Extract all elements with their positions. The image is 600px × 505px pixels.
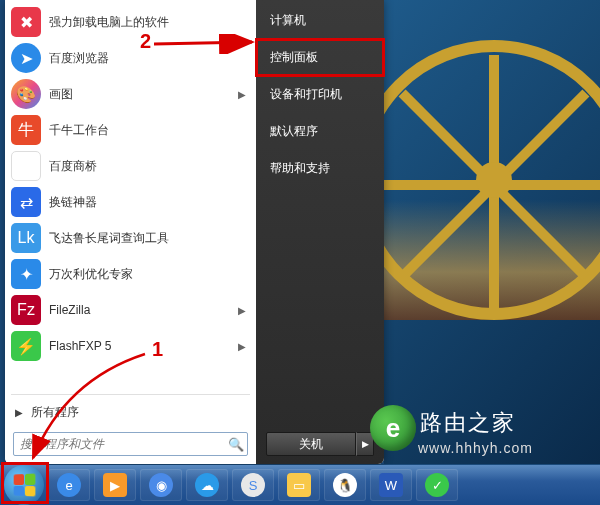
- program-label: FileZilla: [49, 303, 238, 317]
- explorer-icon: ▭: [287, 473, 311, 497]
- taskbar: e▶◉☁S▭🐧W✓: [0, 465, 600, 505]
- media-player-icon: ▶: [103, 473, 127, 497]
- program-label: 换链神器: [49, 194, 250, 211]
- taskbar-item-360[interactable]: ✓: [416, 469, 458, 501]
- program-label: 万次利优化专家: [49, 266, 250, 283]
- paint-icon: 🎨: [11, 79, 41, 109]
- right-panel-item-1[interactable]: 控制面板: [256, 39, 384, 76]
- start-menu-left-panel: ✖强力卸载电脑上的软件➤百度浏览器🎨画图▶牛千牛工作台〰百度商桥⇄换链神器Lk飞…: [5, 0, 256, 464]
- search-input[interactable]: [14, 437, 225, 451]
- program-item-7[interactable]: ✦万次利优化专家: [5, 256, 256, 292]
- program-item-0[interactable]: ✖强力卸载电脑上的软件: [5, 4, 256, 40]
- ie-icon: e: [57, 473, 81, 497]
- chevron-right-icon: ▶: [238, 305, 246, 316]
- start-button[interactable]: [4, 465, 44, 505]
- program-list: ✖强力卸载电脑上的软件➤百度浏览器🎨画图▶牛千牛工作台〰百度商桥⇄换链神器Lk飞…: [5, 4, 256, 391]
- program-label: 百度商桥: [49, 158, 250, 175]
- huanlian-icon: ⇄: [11, 187, 41, 217]
- feida-icon: Lk: [11, 223, 41, 253]
- shutdown-label: 关机: [299, 436, 323, 453]
- chevron-right-icon: ▶: [238, 89, 246, 100]
- desktop-wallpaper: [384, 0, 600, 464]
- flashfxp-icon: ⚡: [11, 331, 41, 361]
- taskbar-item-word[interactable]: W: [370, 469, 412, 501]
- wanci-icon: ✦: [11, 259, 41, 289]
- brand-url: www.hhhyh.com: [418, 440, 533, 456]
- brand-name: 路由之家: [420, 408, 516, 438]
- program-item-8[interactable]: FzFileZilla▶: [5, 292, 256, 328]
- separator: [11, 394, 250, 395]
- program-label: 千牛工作台: [49, 122, 250, 139]
- start-menu-right-panel: 计算机控制面板设备和打印机默认程序帮助和支持 关机 ▶: [256, 0, 384, 464]
- uninstall-icon: ✖: [11, 7, 41, 37]
- program-item-1[interactable]: ➤百度浏览器: [5, 40, 256, 76]
- all-programs-button[interactable]: ▶ 所有程序: [5, 398, 256, 426]
- program-label: 画图: [49, 86, 238, 103]
- sogou-icon: S: [241, 473, 265, 497]
- qq-icon: 🐧: [333, 473, 357, 497]
- program-label: 强力卸载电脑上的软件: [49, 14, 250, 31]
- program-item-6[interactable]: Lk飞达鲁长尾词查询工具: [5, 220, 256, 256]
- right-panel-item-2[interactable]: 设备和打印机: [256, 76, 384, 113]
- right-panel-item-4[interactable]: 帮助和支持: [256, 150, 384, 187]
- filezilla-icon: Fz: [11, 295, 41, 325]
- taskbar-item-sogou[interactable]: S: [232, 469, 274, 501]
- shutdown-button[interactable]: 关机: [266, 432, 356, 456]
- program-item-4[interactable]: 〰百度商桥: [5, 148, 256, 184]
- right-panel-item-3[interactable]: 默认程序: [256, 113, 384, 150]
- program-label: FlashFXP 5: [49, 339, 238, 353]
- search-icon: 🔍: [225, 437, 247, 452]
- program-item-2[interactable]: 🎨画图▶: [5, 76, 256, 112]
- cloud-icon: ☁: [195, 473, 219, 497]
- taskbar-item-explorer[interactable]: ▭: [278, 469, 320, 501]
- taskbar-item-ie[interactable]: e: [48, 469, 90, 501]
- all-programs-label: 所有程序: [31, 404, 79, 421]
- triangle-right-icon: ▶: [15, 407, 23, 418]
- baidu-browser-icon: ➤: [11, 43, 41, 73]
- right-panel-item-0[interactable]: 计算机: [256, 2, 384, 39]
- chevron-right-icon: ▶: [238, 341, 246, 352]
- search-box[interactable]: 🔍: [13, 432, 248, 456]
- start-menu: ✖强力卸载电脑上的软件➤百度浏览器🎨画图▶牛千牛工作台〰百度商桥⇄换链神器Lk飞…: [5, 0, 384, 464]
- qianniu-icon: 牛: [11, 115, 41, 145]
- windows-logo-icon: [14, 473, 36, 496]
- 360-icon: ✓: [425, 473, 449, 497]
- program-item-3[interactable]: 牛千牛工作台: [5, 112, 256, 148]
- chevron-right-icon: ▶: [362, 439, 369, 449]
- taskbar-item-media-player[interactable]: ▶: [94, 469, 136, 501]
- shangqiao-icon: 〰: [11, 151, 41, 181]
- program-item-5[interactable]: ⇄换链神器: [5, 184, 256, 220]
- taskbar-item-chrome[interactable]: ◉: [140, 469, 182, 501]
- program-item-9[interactable]: ⚡FlashFXP 5▶: [5, 328, 256, 364]
- taskbar-item-cloud[interactable]: ☁: [186, 469, 228, 501]
- brand-logo-icon: e: [370, 405, 416, 451]
- program-label: 百度浏览器: [49, 50, 250, 67]
- program-label: 飞达鲁长尾词查询工具: [49, 230, 250, 247]
- chrome-icon: ◉: [149, 473, 173, 497]
- word-icon: W: [379, 473, 403, 497]
- taskbar-item-qq[interactable]: 🐧: [324, 469, 366, 501]
